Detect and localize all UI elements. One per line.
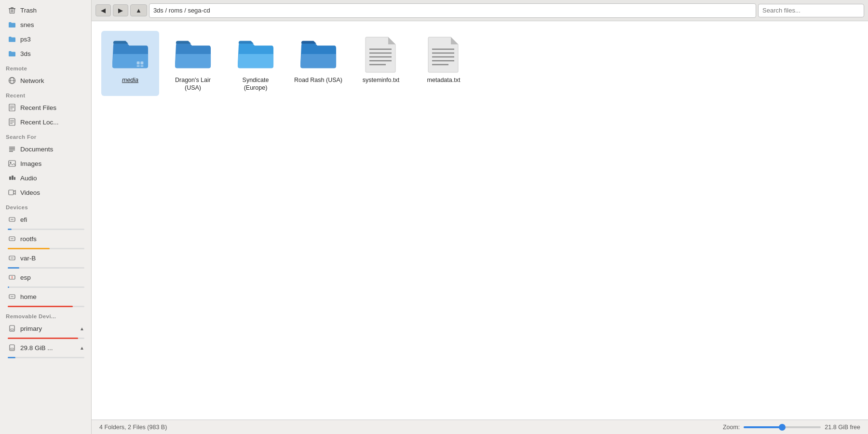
status-bar: 4 Folders, 2 Files (983 B) Zoom: 21.8 Gi… [92,420,868,434]
svg-point-21 [10,162,12,163]
29gb-bar-fill [8,357,15,358]
sidebar-item-home[interactable]: home [2,290,89,308]
file-item-road-rash[interactable]: Road Rash (USA) [289,31,347,96]
folder-icon-3ds [8,49,16,58]
sidebar-item-snes[interactable]: snes [2,18,89,31]
folder-icon-ps3 [8,35,16,43]
svg-rect-38 [11,329,14,330]
up-button[interactable]: ▲ [130,4,147,16]
folder-icon-dragon-lair [174,35,212,73]
sidebar-item-label-rootfs: rootfs [20,235,37,243]
file-item-systeminfo[interactable]: systeminfo.txt [352,31,410,96]
folder-icon-snes [8,20,16,29]
back-button[interactable]: ◀ [95,4,111,16]
videos-icon [8,188,16,197]
esp-bar-fill [8,286,9,288]
sidebar-item-esp[interactable]: esp [2,271,89,289]
file-label-syndicate: Syndicate (Europe) [231,76,281,92]
sidebar-item-ps3[interactable]: ps3 [2,32,89,46]
eject-icon-primary[interactable]: ▲ [80,326,84,331]
free-space-label: 21.8 GiB free [825,424,860,431]
main-area: ◀ ▶ ▲ 3ds / roms / sega-cd [92,0,868,434]
sidebar-item-label-3ds: 3ds [20,50,31,57]
file-label-media: media [122,76,138,84]
sidebar-item-label-network: Network [20,77,44,84]
breadcrumb-text: 3ds / roms / sega-cd [153,7,210,14]
sidebar-item-images[interactable]: Images [2,157,89,170]
audio-icon [8,174,16,182]
svg-rect-42 [140,62,143,65]
rootfs-bar-fill [8,248,50,249]
file-item-dragon-lair[interactable]: Dragon's Lair (USA) [164,31,222,96]
breadcrumb[interactable]: 3ds / roms / sega-cd [149,3,756,18]
drive-icon-alert-esp [8,273,16,282]
home-bar-fill [8,306,73,307]
status-bar-right: Zoom: 21.8 GiB free [723,424,860,431]
sidebar-item-label-ps3: ps3 [20,36,31,43]
29gb-usage-bar [8,357,84,358]
sidebar-item-videos[interactable]: Videos [2,186,89,199]
svg-rect-44 [140,65,143,67]
varb-bar-fill [8,267,19,269]
sidebar-item-documents[interactable]: Documents [2,142,89,156]
sidebar-item-primary[interactable]: primary ▲ [2,322,89,340]
sidebar-item-label-efi: efi [20,216,27,223]
sidebar-item-label-images: Images [20,160,41,167]
removable-icon-primary [8,324,16,333]
primary-bar-fill [8,338,78,339]
svg-point-34 [12,278,13,279]
sidebar-item-network[interactable]: Network [2,74,89,87]
sidebar-item-label-trash: Trash [20,7,37,14]
sidebar-item-trash[interactable]: Trash [2,3,89,17]
sidebar-item-label-esp: esp [20,274,31,281]
sidebar-item-29gb[interactable]: 29.8 GiB ... ▲ [2,341,89,359]
drive-icon-rootfs [8,234,16,243]
zoom-fill [744,426,782,428]
file-item-metadata[interactable]: metadata.txt [415,31,473,96]
file-label-dragon-lair: Dragon's Lair (USA) [168,76,218,92]
sidebar-item-3ds[interactable]: 3ds [2,47,89,60]
file-item-syndicate[interactable]: Syndicate (Europe) [227,31,285,96]
esp-usage-bar [8,286,84,288]
svg-rect-25 [9,190,14,195]
sidebar-item-label-primary: primary [20,325,42,332]
sidebar-item-label-recent-loc: Recent Loc... [20,119,59,126]
sidebar-item-audio[interactable]: Audio [2,171,89,185]
recent-loc-icon [8,118,16,126]
txt-icon-metadata [424,35,463,73]
sidebar-item-label-videos: Videos [20,189,40,196]
svg-rect-23 [12,176,14,180]
folder-icon-road-rash [299,35,338,73]
sidebar-item-label-documents: Documents [20,146,53,153]
zoom-thumb[interactable] [779,424,786,431]
svg-rect-24 [14,177,15,180]
sidebar-section-remote: Remote [0,61,91,73]
zoom-slider[interactable] [744,426,821,428]
varb-usage-bar [8,267,84,269]
svg-rect-43 [137,65,140,67]
sidebar-item-label-29gb: 29.8 GiB ... [20,344,53,352]
app-container: Trash snes ps3 3ds [0,0,868,434]
svg-rect-1 [11,7,14,8]
documents-icon [8,145,16,153]
sidebar-item-recent-loc[interactable]: Recent Loc... [2,115,89,129]
sidebar-section-search: Search For [0,129,91,142]
eject-icon-29gb[interactable]: ▲ [80,345,84,351]
network-icon [8,76,16,85]
search-input[interactable] [758,4,864,17]
primary-usage-bar [8,338,84,339]
sidebar-item-recent-files[interactable]: Recent Files [2,101,89,114]
file-label-systeminfo: systeminfo.txt [363,76,399,84]
efi-bar-fill [8,229,12,230]
svg-rect-40 [11,348,14,350]
file-item-media[interactable]: media [101,31,159,96]
sidebar-item-rootfs[interactable]: rootfs [2,232,89,250]
drive-icon-home [8,292,16,301]
sidebar-item-efi[interactable]: efi [2,213,89,231]
sidebar-item-label-varb: var-B [20,255,36,262]
svg-rect-41 [137,62,140,65]
file-label-metadata: metadata.txt [427,76,461,84]
sidebar: Trash snes ps3 3ds [0,0,92,434]
sidebar-item-varb[interactable]: var-B [2,251,89,270]
forward-button[interactable]: ▶ [113,4,128,16]
